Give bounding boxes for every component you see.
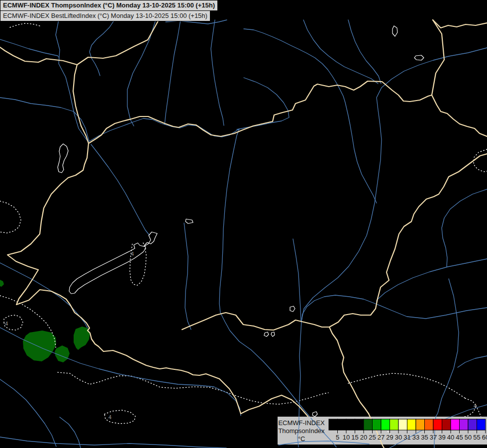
legend-color-box [329, 419, 338, 430]
legend-tick-label: 5 [336, 434, 339, 441]
legend-index-label: ThompsonIndex [278, 427, 325, 435]
legend-color-box [460, 419, 469, 430]
contour-value-label: 4 [131, 251, 134, 257]
weather-map-screen: 51015202527293031333537394045505560 ECMW… [0, 0, 487, 448]
title-bar-best-lifted-index: ECMWF-INDEX BestLiftedIndex (°C) Monday … [0, 10, 210, 21]
contour-value-label: 4 [108, 414, 111, 420]
legend-tick-label: 60 [482, 434, 487, 441]
legend-color-box [416, 419, 425, 430]
legend-tick-label: 31 [403, 434, 410, 441]
legend-tick-label: 50 [465, 434, 472, 441]
legend-color-box [364, 419, 373, 430]
contour-value-label: 4 [474, 403, 477, 409]
legend-color-box [390, 419, 399, 430]
legend-color-box [355, 419, 364, 430]
title-bar-thompson-index: ECMWF-INDEX ThompsonIndex (°C) Monday 13… [0, 0, 218, 11]
legend-color-box [477, 419, 486, 430]
legend-tick-label: 29 [386, 434, 393, 441]
legend-tick-label: 30 [395, 434, 402, 441]
legend-tick-label: 55 [473, 434, 480, 441]
legend-color-box [407, 419, 416, 430]
legend-tick-label: 35 [421, 434, 428, 441]
legend-tick-label: 25 [369, 434, 376, 441]
legend-tick-label: 15 [351, 434, 358, 441]
legend-color-box [381, 419, 390, 430]
legend-tick-label: 40 [447, 434, 454, 441]
legend-color-box [346, 419, 355, 430]
legend-product-label: ECMWF-INDEX [278, 419, 324, 427]
legend-tick-label: 33 [412, 434, 419, 441]
legend-color-box [468, 419, 477, 430]
legend-color-box [442, 419, 451, 430]
legend-color-box [451, 419, 460, 430]
legend-tick-label: 45 [456, 434, 463, 441]
legend-color-box [338, 419, 347, 430]
contour-value-label: 4 [5, 321, 8, 327]
legend-color-box [433, 419, 442, 430]
legend-unit-label: °C [298, 435, 305, 443]
weather-map: 51015202527293031333537394045505560 ECMW… [0, 0, 487, 448]
legend-color-box [373, 419, 382, 430]
legend-tick-label: 39 [438, 434, 445, 441]
legend-tick-label: 27 [378, 434, 385, 441]
legend-tick-label: 37 [430, 434, 437, 441]
legend-tick-label: 20 [360, 434, 367, 441]
legend-tick-label: 10 [343, 434, 350, 441]
legend-color-box [425, 419, 434, 430]
legend-color-box [398, 419, 407, 430]
